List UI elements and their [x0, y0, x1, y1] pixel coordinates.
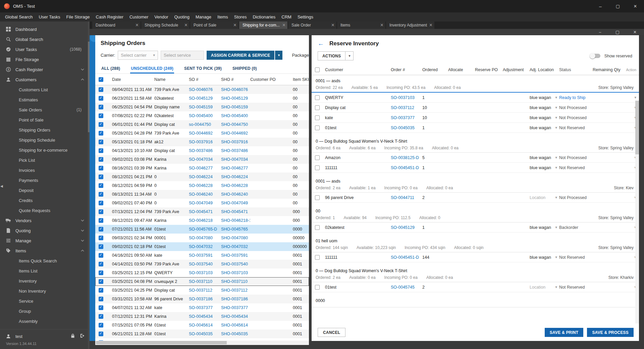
table-row[interactable]: 04/07/2021 11:32 AM kate SO-0037377 SHO-… [95, 303, 309, 312]
horizontal-scroll-thumb[interactable] [96, 341, 227, 344]
filter-tab[interactable]: SENT TO PICK (39) [183, 64, 222, 73]
sho-link[interactable]: SHO-0037916 [221, 140, 250, 144]
column-header-status[interactable]: Status [559, 67, 593, 72]
sho-link[interactable]: SHO-0046076 [221, 87, 250, 92]
menubar-item[interactable]: Items [214, 14, 231, 19]
row-checkbox[interactable] [99, 262, 103, 266]
adj-location-select[interactable]: blue wagan [530, 255, 559, 260]
row-checkbox[interactable] [99, 236, 103, 240]
sidebar-item[interactable]: Non Inventory [0, 286, 90, 296]
sidebar-item[interactable]: Deposit [0, 185, 90, 195]
so-link[interactable]: SO-0046076 [189, 87, 221, 92]
reserve-row[interactable]: kate SO-0037377 10 [312, 113, 639, 123]
sidebar-item[interactable]: Vendors [0, 215, 90, 226]
adj-location-select[interactable]: blue wagan [530, 155, 559, 160]
table-row[interactable]: 08/12/2021 04:21 PM 0 SO-0046224 SHO-004… [95, 172, 309, 181]
table-row[interactable]: 06/21/2021 11:28 AM 01test SO-0045035 SH… [95, 330, 309, 338]
order-link[interactable]: SO-0038125-D [391, 155, 422, 160]
sidebar-item[interactable]: Shipping Orders [0, 125, 90, 135]
reserve-row[interactable]: 01test SO-0045745 2 [312, 282, 639, 292]
sidebar-item[interactable]: Items [0, 246, 90, 256]
sidebar-item[interactable]: Sale Orders (1) [0, 105, 90, 115]
column-header-reserve-po[interactable]: Reserve PO [475, 67, 503, 72]
row-checkbox[interactable] [315, 95, 320, 100]
column-header-allocate[interactable]: Allocate [448, 67, 475, 72]
row-checkbox[interactable] [99, 157, 103, 162]
tab-close-icon[interactable] [233, 22, 236, 28]
mdi-tab[interactable]: Shipping Schedule [141, 21, 190, 29]
table-row[interactable]: 03/25/2021 12:15 PM QWERTY SO-0037103 SH… [95, 268, 309, 277]
row-checkbox[interactable] [99, 105, 103, 109]
sho-link[interactable]: SHO-0045765 [221, 227, 250, 232]
column-header-adjustment[interactable]: Adjustment [503, 67, 530, 72]
menubar-item[interactable]: Customer [126, 14, 151, 19]
table-row[interactable]: 05/28/2021 04:28 PM 739 Park Ave SO-0044… [95, 129, 309, 138]
sidebar-item[interactable]: File Storage [0, 54, 90, 64]
table-row[interactable]: 08/04/2021 11:31 AM 739 Park Ave SO-0046… [95, 85, 309, 94]
row-checkbox[interactable] [99, 323, 103, 328]
mdi-tab[interactable]: Items [337, 21, 385, 29]
order-link[interactable]: SO-0037112 [391, 105, 422, 110]
menubar-item[interactable]: Vendor [151, 14, 171, 19]
filter-tab[interactable]: SHIPPED (0) [232, 64, 258, 73]
reserve-row[interactable]: 02katetest SO-0045129 1 [312, 222, 639, 233]
sho-link[interactable]: SHO-0044750 [221, 122, 250, 127]
sho-link[interactable]: SHO-0045471 [221, 209, 250, 214]
tab-close-icon[interactable] [282, 22, 285, 28]
sho-link[interactable]: SHO-0037591 [221, 253, 250, 258]
sidebar-item[interactable]: Global Search [0, 34, 90, 44]
row-checkbox[interactable] [315, 285, 320, 290]
logout-icon[interactable] [80, 334, 85, 339]
menubar-item[interactable]: Quoting [171, 14, 193, 19]
column-header-adj-location[interactable]: Adj. Location [530, 67, 559, 72]
so-link[interactable]: SO-0045765-D [189, 227, 221, 232]
so-link[interactable]: SO-0045159 [189, 105, 221, 109]
order-link[interactable]: SO-0044711 [391, 195, 422, 200]
sidebar-item[interactable]: Point of Sale [0, 115, 90, 125]
so-link[interactable]: SO-0037540 [189, 262, 221, 266]
sidebar-item[interactable]: Estimates [0, 95, 90, 105]
table-row[interactable]: 06/25/2021 04:54 PM Display name SO-0045… [95, 103, 309, 111]
sidebar-item[interactable]: Inventory [0, 276, 90, 286]
row-checkbox[interactable] [99, 209, 103, 214]
order-link[interactable]: SO-0045745 [391, 285, 422, 290]
order-link[interactable]: SO-0037377 [391, 115, 422, 120]
sidebar-item[interactable]: Manage [0, 236, 90, 246]
menubar-item[interactable]: Cash Register [93, 14, 126, 19]
so-link[interactable]: SO-0047032 [189, 244, 221, 249]
assign-carrier-service-button[interactable]: ASSIGN CARRIER & SERVICE [207, 51, 275, 60]
so-link[interactable]: SO-0037112 [189, 288, 221, 293]
minimize-icon[interactable] [592, 0, 609, 12]
so-link[interactable]: SO-0037916 [189, 140, 221, 144]
sho-link[interactable]: SHO-0047080 [221, 236, 250, 240]
row-checkbox[interactable] [99, 166, 103, 170]
row-checkbox[interactable] [315, 225, 320, 230]
row-checkbox[interactable] [99, 140, 103, 144]
table-row[interactable]: 09/02/2021 03:08 PM Karina SO-0047034 SH… [95, 155, 309, 164]
sidebar-item[interactable]: Customers List [0, 85, 90, 95]
row-action-dropdown-icon[interactable] [634, 95, 636, 100]
menubar-item[interactable]: File Storage [63, 14, 93, 19]
row-checkbox[interactable] [99, 279, 103, 284]
child-minimize-icon[interactable] [596, 30, 604, 35]
table-row[interactable]: 07/08/2021 02:22 PM 02katetest SO-004540… [95, 111, 309, 120]
sho-link[interactable]: SHO-0037377 [221, 305, 250, 310]
table-row[interactable]: 07/15/2021 07:05 PM 01test SO-0045614 SH… [95, 321, 309, 330]
so-link[interactable]: SO-0045434 [189, 314, 221, 319]
sho-link[interactable]: SHO-0046240 [221, 192, 250, 197]
actions-button[interactable]: ACTIONS [318, 51, 345, 60]
sho-link[interactable]: SHO-0046277 [221, 166, 250, 170]
sidebar-item[interactable]: Pick List [0, 155, 90, 165]
table-row[interactable]: 08/16/2021 03:39 PM Karina SO-0046277 SH… [95, 164, 309, 172]
sidebar-item[interactable]: Service [0, 296, 90, 306]
column-header-so[interactable]: SO # [189, 77, 221, 82]
adj-location-select[interactable]: blue wagan [530, 126, 559, 130]
row-checkbox[interactable] [99, 253, 103, 258]
column-header-customer-po[interactable]: Customer PO [250, 77, 293, 82]
adj-location-select[interactable]: blue wagan [530, 165, 559, 170]
row-checkbox[interactable] [315, 115, 320, 120]
row-checkbox[interactable] [99, 314, 103, 319]
filter-tab[interactable]: UNSCHEDULED (249) [130, 64, 174, 73]
row-checkbox[interactable] [315, 195, 320, 200]
so-link[interactable]: SO-0037591 [189, 253, 221, 258]
